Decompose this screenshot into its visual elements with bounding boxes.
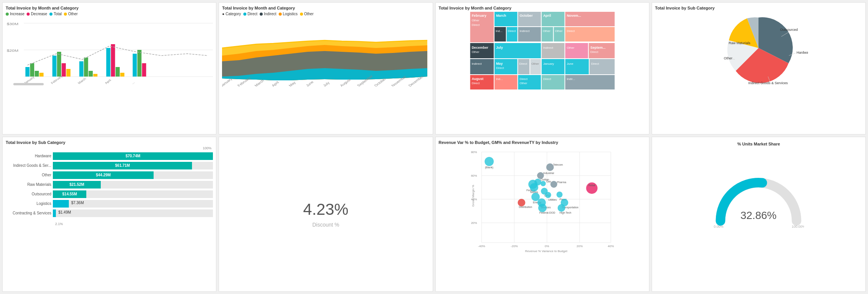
svg-rect-13 [79,61,84,77]
svg-rect-22 [137,50,141,77]
svg-rect-5 [25,67,30,77]
card-scatter: Revenue Var % to Budget, GM% and Revenue… [435,137,649,292]
hbar-fill-logistics [53,200,69,208]
hbar-row-other: Other $44.29M [6,171,213,179]
svg-rect-72 [565,43,588,58]
direct-dot [243,13,246,16]
legend-direct: Direct [243,12,257,16]
svg-text:March: March [254,79,265,87]
svg-text:June: June [567,62,573,66]
svg-rect-6 [30,63,34,77]
svg-text:Direct: Direct [567,29,575,33]
indirect-label: Indirect [264,12,276,16]
svg-text:July: July [322,81,331,88]
other-label: Other [68,12,78,16]
hbar-fill-indirect: $61.71M [53,162,192,169]
direct-label: Direct [248,12,257,16]
area-chart-svg-area: January February March April May June Ju… [222,18,429,86]
svg-text:April: April [543,14,551,18]
svg-text:Other: Other [531,62,539,66]
logistics-label: Logistics [283,12,298,16]
hbar-label-other: Other [6,173,51,177]
hbar-label-hardware: Hardware [6,154,51,158]
svg-text:Gas: Gas [546,180,551,183]
hbar-track-hardware: $70.74M [53,152,213,160]
hbar-bottom-label: 2.1% [6,222,213,226]
svg-text:March: March [77,77,87,85]
svg-text:July: July [496,46,503,50]
svg-rect-70 [541,43,564,58]
bar-chart-svg: $30M $20M [6,18,213,88]
kpi-container: 4.23% Discount % [303,172,348,256]
svg-rect-23 [142,63,146,77]
hbar-value-logistics: $7.36M [70,201,84,205]
hbar-fill-outsourced: $14.55M [53,190,86,198]
svg-text:Gross Margin %: Gross Margin % [471,185,474,206]
svg-point-149 [530,183,538,192]
card-bar-chart: Total Invoice by Month and Category Incr… [2,2,216,134]
gauge-title: % Units Market Share [737,142,780,146]
svg-point-145 [540,181,546,186]
svg-rect-7 [35,71,39,77]
svg-text:High Tech: High Tech [559,211,571,214]
svg-text:Ind...: Ind... [495,29,502,33]
svg-rect-84 [530,59,541,74]
svg-text:June: June [305,80,315,87]
svg-text:40%: 40% [608,244,614,248]
hbar-value-contracting: $1.49M [57,210,71,214]
category-label: Category [225,12,241,16]
svg-rect-8 [40,73,44,77]
svg-point-165 [538,204,546,212]
svg-rect-77 [470,59,494,74]
svg-text:$30M: $30M [7,22,19,26]
scatter-svg: 80% 60% 40% 20% -40% -20% 0% [439,146,646,253]
svg-text:Utilities: Utilities [548,198,557,201]
legend-increase: Increase [6,12,24,16]
gauge-chart-area: 0.00% 100.00% 32.86% [713,152,804,248]
card-scatter-title: Revenue Var % to Budget, GM% and Revenue… [439,140,646,145]
svg-text:Hardware: Hardware [797,51,808,54]
pie-chart-svg: Outsourced Raw Materials Other Indirect … [709,10,808,90]
svg-text:Direct: Direct [471,81,480,85]
hbar-fill-raw: $21.52M [53,181,101,189]
gauge-svg: 0.00% 100.00% 32.86% [713,171,804,228]
svg-text:Other: Other [567,46,574,50]
svg-text:Federal-DOD: Federal-DOD [539,211,555,214]
svg-text:Industrial: Industrial [543,172,554,174]
total-dot [49,13,52,16]
hbar-label-indirect: Indirect Goods & Ser... [6,163,51,168]
hbar-track-logistics: $7.36M [53,200,213,208]
hbar-label-logistics: Logistics [6,201,51,206]
svg-text:Outsourced: Outsourced [780,28,798,32]
hbar-row-contracting: Contracting & Services $1.49M [6,209,213,217]
card-pie-chart: Total Invoice by Sub Category Outsourced… [652,2,866,134]
svg-text:(Blank): (Blank) [485,166,493,169]
svg-text:October: October [519,14,533,18]
hbar-track-other: $44.29M [53,171,213,179]
hbar-row-indirect: Indirect Goods & Ser... $61.71M [6,162,213,169]
svg-rect-14 [84,58,88,77]
hbar-rows: Hardware $70.74M Indirect Goods & Ser...… [6,151,213,220]
dashboard: Total Invoice by Month and Category Incr… [0,0,868,294]
svg-text:Direct: Direct [519,77,528,81]
svg-text:Other: Other [555,29,562,33]
other-dot [64,13,67,16]
svg-point-159 [517,199,525,206]
hbar-fill-other: $44.29M [53,171,154,179]
hbar-label-contracting: Contracting & Services [6,211,51,215]
bar-chart-scrollbar[interactable] [13,83,44,85]
svg-rect-15 [89,71,93,77]
svg-rect-16 [93,74,97,77]
svg-text:Direct: Direct [543,77,551,81]
svg-text:Ind...: Ind... [496,77,503,81]
svg-rect-18 [111,44,115,77]
svg-text:April: April [104,78,112,85]
svg-point-153 [531,193,540,201]
svg-text:May: May [496,62,503,66]
legend-category: ● Category [222,12,241,16]
svg-text:Indir...: Indir... [567,77,575,81]
hbar-row-outsourced: Outsourced $14.55M [6,190,213,198]
svg-text:Other: Other [543,29,550,33]
logistics-dot [279,13,282,16]
legend-other2: Other [300,12,314,16]
